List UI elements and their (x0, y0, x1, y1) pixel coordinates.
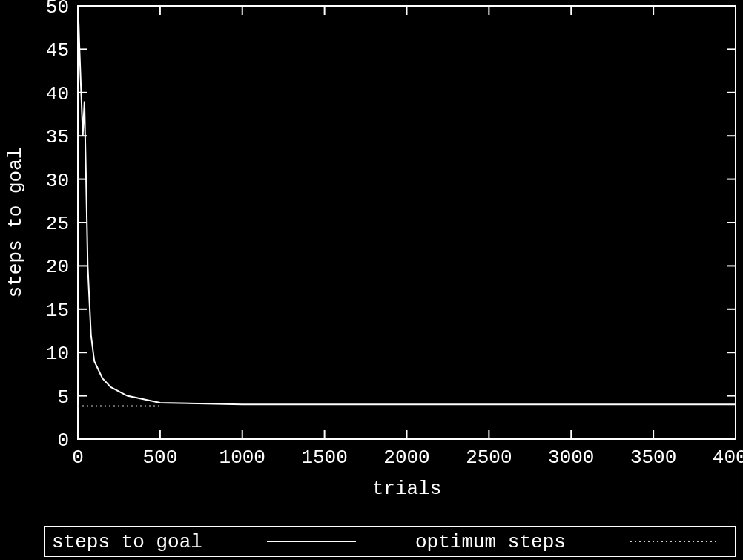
y-tick-label: 40 (46, 83, 69, 105)
x-tick-label: 3500 (630, 447, 676, 469)
y-axis-label: steps to goal (4, 148, 27, 298)
x-axis: 05001000150020002500300035004000 (72, 6, 743, 469)
y-tick-label: 35 (46, 126, 69, 148)
legend-label-0: steps to goal (52, 531, 202, 553)
x-axis-label: trials (372, 478, 442, 500)
series-steps-to-goal (78, 6, 736, 404)
x-tick-label: 2000 (383, 447, 429, 469)
y-axis: 05101520253035404550 (46, 0, 736, 452)
y-tick-label: 20 (46, 256, 69, 278)
y-tick-label: 0 (57, 429, 69, 452)
y-tick-label: 15 (46, 300, 69, 322)
plot-frame (78, 6, 736, 439)
y-tick-label: 45 (46, 39, 69, 62)
x-tick-label: 1000 (219, 447, 265, 469)
x-tick-label: 1500 (301, 447, 347, 469)
x-tick-label: 500 (142, 447, 177, 469)
x-tick-label: 0 (72, 447, 84, 469)
y-tick-label: 25 (46, 213, 69, 235)
y-tick-label: 5 (57, 386, 69, 409)
y-tick-label: 50 (46, 0, 69, 19)
x-tick-label: 4000 (713, 447, 743, 469)
y-tick-label: 10 (46, 343, 69, 365)
chart-series (78, 6, 736, 406)
legend: steps to goaloptimum steps (44, 527, 736, 556)
legend-label-1: optimum steps (415, 531, 566, 553)
chart: 05101520253035404550 0500100015002000250… (0, 0, 743, 560)
x-tick-label: 2500 (466, 447, 512, 469)
y-tick-label: 30 (46, 170, 69, 192)
x-tick-label: 3000 (548, 447, 594, 469)
